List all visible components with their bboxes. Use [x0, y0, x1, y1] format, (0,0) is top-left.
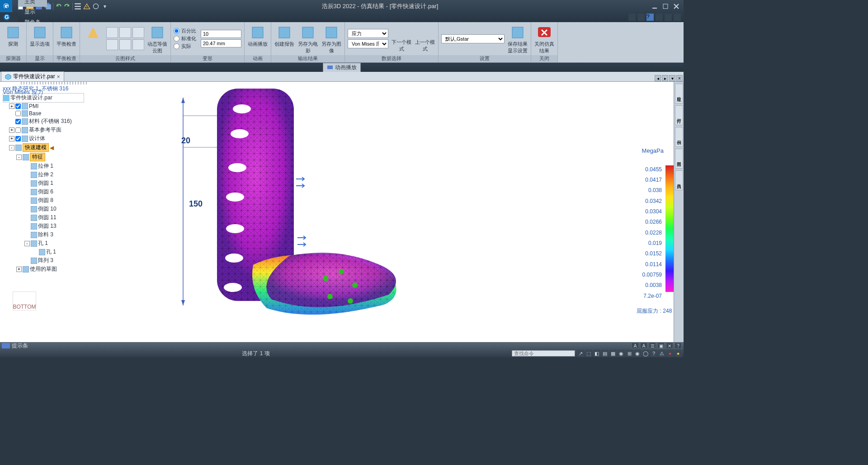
tree-checkbox[interactable]	[15, 127, 21, 133]
status-icon-0[interactable]: ↗	[577, 350, 584, 357]
doc-nav-prev[interactable]: ◂	[655, 75, 661, 81]
ribbon-btn-另存为图像[interactable]: 另存为图像	[321, 25, 342, 52]
ribbon-btn-保存结果显示设置[interactable]: 保存结果显示设置	[507, 25, 528, 52]
tree-node-16[interactable]: -孔 1	[3, 239, 107, 248]
ribbon-btn-关闭仿真结果[interactable]: 关闭仿真结果	[534, 25, 555, 52]
expand-icon[interactable]: +	[9, 136, 14, 141]
doc-nav-close[interactable]: ×	[676, 75, 683, 81]
tree-node-17[interactable]: 孔 1	[3, 248, 107, 256]
ribbon-child-close-icon[interactable]	[674, 14, 681, 21]
status-icon-4[interactable]: ▦	[609, 350, 617, 357]
tree-node-2[interactable]: 材料 (不锈钢 316)	[3, 117, 107, 126]
dock-item-4[interactable]: 仿真	[675, 170, 683, 190]
status-icon-6[interactable]: ⊞	[626, 350, 633, 357]
document-tab-close[interactable]: ×	[57, 74, 60, 80]
dock-item-0[interactable]: 导航	[675, 84, 683, 103]
ribbon-btn-动画播放[interactable]: 动画播放	[247, 25, 268, 52]
ribbon-right-2-icon[interactable]	[637, 14, 645, 21]
tree-node-15[interactable]: 除料 3	[3, 230, 107, 239]
hint-btn-4[interactable]: ✕	[666, 343, 673, 349]
qa-redo[interactable]	[63, 2, 71, 10]
nav-cube[interactable]: BOTTOM	[13, 291, 36, 310]
expand-icon[interactable]: +	[9, 103, 14, 109]
ribbon-btn-动态等值云图[interactable]: 动态等值云图	[147, 25, 168, 52]
status-icon-10[interactable]: ⚠	[658, 350, 665, 357]
ribbon-btn-探测[interactable]: 探测	[3, 25, 24, 52]
close-button[interactable]	[673, 3, 680, 10]
tree-node-19[interactable]: +使用的草图	[3, 265, 107, 273]
expand-icon[interactable]: -	[24, 241, 30, 246]
tree-node-13[interactable]: 倒圆 11	[3, 213, 107, 222]
expand-icon[interactable]: -	[9, 145, 14, 150]
contour-style-5[interactable]	[132, 39, 144, 50]
tree-checkbox[interactable]	[15, 136, 21, 141]
doc-nav-list[interactable]: ▾	[669, 75, 675, 81]
deform-input-0[interactable]	[201, 30, 241, 38]
dock-item-2[interactable]: 示例	[675, 127, 683, 147]
hint-btn-2[interactable]: ☰	[649, 343, 656, 349]
tree-node-5[interactable]: -快速建模 ◀	[3, 143, 107, 152]
tree-node-1[interactable]: Base	[3, 110, 107, 117]
dock-item-1[interactable]: 打开	[675, 105, 683, 125]
status-icon-3[interactable]: ▤	[601, 350, 609, 357]
ribbon-btn-创建报告[interactable]: 创建报告	[274, 25, 295, 52]
tree-node-6[interactable]: -特征	[3, 152, 107, 162]
contour-style-3[interactable]	[106, 39, 118, 50]
doc-nav-next[interactable]: ▸	[662, 75, 668, 81]
tree-checkbox[interactable]	[15, 111, 21, 116]
contour-style-4[interactable]	[119, 39, 131, 50]
ribbon-btn-平衡检查[interactable]: 平衡检查	[56, 25, 77, 52]
hint-btn-1[interactable]: A	[640, 343, 647, 349]
tree-node-14[interactable]: 倒圆 13	[3, 222, 107, 230]
maximize-button[interactable]	[662, 3, 669, 10]
hint-btn-5[interactable]: ?	[675, 343, 682, 349]
select-设置-0[interactable]: 默认,Gstar	[441, 34, 505, 43]
ribbon-child-min-icon[interactable]	[656, 14, 663, 21]
hint-btn-0[interactable]: A	[632, 343, 639, 349]
contour-style-0[interactable]	[106, 27, 118, 38]
qa-dropdown-icon[interactable]: ▾	[101, 2, 109, 10]
status-icon-5[interactable]: ◉	[618, 350, 625, 357]
tree-node-8[interactable]: 拉伸 2	[3, 170, 107, 179]
tree-checkbox[interactable]	[15, 119, 21, 124]
status-icon-1[interactable]: ⬚	[585, 350, 592, 357]
tree-node-7[interactable]: 拉伸 1	[3, 162, 107, 170]
status-icon-11[interactable]: ●	[666, 350, 674, 357]
dock-item-3[interactable]: 图层	[675, 149, 683, 169]
status-icon-8[interactable]: ◯	[642, 350, 649, 357]
select-数据选择-1[interactable]: Von Mises 应	[348, 39, 388, 48]
tree-node-11[interactable]: 倒圆 8	[3, 196, 107, 205]
select-数据选择-0[interactable]: 应力	[348, 29, 388, 38]
deform-radio-0[interactable]: 百分比	[174, 28, 196, 34]
qa-list-icon[interactable]	[74, 2, 82, 10]
tree-node-9[interactable]: 倒圆 1	[3, 179, 107, 188]
command-search-input[interactable]	[512, 350, 575, 357]
qa-circle-icon[interactable]	[92, 2, 100, 10]
ribbon-tab-1[interactable]: 显示	[18, 7, 47, 17]
minimize-button[interactable]	[651, 3, 658, 10]
qa-triangle-icon[interactable]	[83, 2, 91, 10]
document-tab[interactable]: 零件快速设计.par ×	[1, 71, 64, 81]
tree-node-3[interactable]: +基本参考平面	[3, 126, 107, 134]
tree-node-18[interactable]: 阵列 3	[3, 256, 107, 265]
deform-input-1[interactable]	[201, 39, 241, 47]
status-icon-7[interactable]: ◉	[634, 350, 641, 357]
tree-node-0[interactable]: +PMI	[3, 103, 107, 110]
ribbon-btn-另存为电影[interactable]: 另存为电影	[297, 25, 318, 52]
deform-radio-1[interactable]: 标准化	[174, 35, 196, 42]
style-icon[interactable]	[83, 25, 104, 52]
tree-node-12[interactable]: 倒圆 10	[3, 205, 107, 213]
deform-radio-2[interactable]: 实际	[174, 43, 196, 50]
tree-node-4[interactable]: +设计体	[3, 134, 107, 143]
hint-btn-3[interactable]: ▣	[657, 343, 665, 349]
qa-undo[interactable]	[54, 2, 62, 10]
tree-node-10[interactable]: 倒圆 6	[3, 188, 107, 196]
ribbon-right-1-icon[interactable]	[628, 14, 636, 21]
ribbon-btn-显示选项[interactable]: 显示选项	[29, 25, 50, 52]
ribbon-help-icon[interactable]: ?	[646, 14, 654, 21]
status-icon-2[interactable]: ◧	[593, 350, 600, 357]
contour-style-1[interactable]	[119, 27, 131, 38]
expand-icon[interactable]: +	[16, 267, 22, 272]
tree-checkbox[interactable]	[15, 103, 21, 109]
expand-icon[interactable]: +	[9, 127, 14, 133]
